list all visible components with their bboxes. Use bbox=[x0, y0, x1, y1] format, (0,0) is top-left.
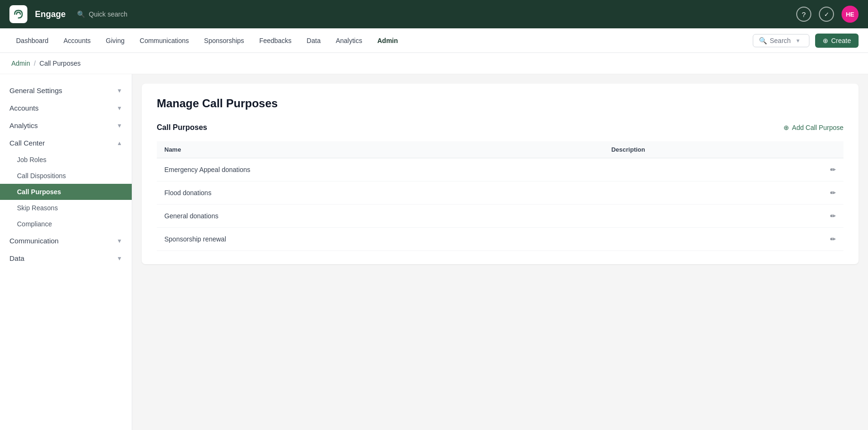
sidebar-item-call-purposes[interactable]: Call Purposes bbox=[0, 184, 132, 200]
sidebar-section-general-settings-chevron: ▼ bbox=[117, 87, 122, 94]
sidebar-section-call-center-label: Call Center bbox=[9, 139, 45, 147]
sidebar-section-analytics[interactable]: Analytics ▼ bbox=[0, 117, 132, 134]
sidebar-section-data[interactable]: Data ▼ bbox=[0, 249, 132, 267]
create-icon: ⊕ bbox=[823, 37, 828, 44]
table-row: Sponsorship renewal ✏ bbox=[157, 228, 843, 251]
sidebar-section-analytics-label: Analytics bbox=[9, 121, 38, 129]
row-2-name: Flood donations bbox=[157, 181, 604, 205]
breadcrumb-separator: / bbox=[34, 60, 36, 67]
sidebar-section-communication-label: Communication bbox=[9, 237, 59, 245]
sidebar-section-communication-chevron: ▼ bbox=[117, 238, 122, 244]
search-field-icon: 🔍 bbox=[759, 37, 767, 44]
sidebar-item-compliance[interactable]: Compliance bbox=[0, 216, 132, 232]
row-4-name: Sponsorship renewal bbox=[157, 228, 604, 251]
sidebar-section-call-center-chevron: ▲ bbox=[117, 140, 122, 146]
row-1-description bbox=[604, 158, 820, 181]
table-row: General donations ✏ bbox=[157, 205, 843, 228]
quick-search-label: Quick search bbox=[89, 10, 128, 18]
nav-dashboard[interactable]: Dashboard bbox=[9, 34, 55, 47]
app-logo[interactable] bbox=[9, 5, 27, 23]
breadcrumb-parent[interactable]: Admin bbox=[11, 60, 30, 67]
table-row: Emergency Appeal donations ✏ bbox=[157, 158, 843, 181]
row-2-edit-button[interactable]: ✏ bbox=[820, 181, 843, 205]
sidebar-section-data-label: Data bbox=[9, 254, 25, 262]
search-field-label: Search bbox=[770, 37, 791, 44]
sidebar-section-analytics-chevron: ▼ bbox=[117, 122, 122, 129]
col-name-header: Name bbox=[157, 141, 604, 158]
search-icon: 🔍 bbox=[77, 10, 85, 18]
col-actions-header bbox=[820, 141, 843, 158]
main-content: Manage Call Purposes Call Purposes ⊕ Add… bbox=[132, 74, 868, 430]
row-3-description bbox=[604, 205, 820, 228]
sidebar-section-accounts-label: Accounts bbox=[9, 104, 39, 112]
sidebar-item-call-dispositions[interactable]: Call Dispositions bbox=[0, 168, 132, 184]
nav-giving[interactable]: Giving bbox=[99, 34, 131, 47]
nav-communications[interactable]: Communications bbox=[133, 34, 196, 47]
sidebar-section-call-center[interactable]: Call Center ▲ bbox=[0, 134, 132, 152]
page-body: General Settings ▼ Accounts ▼ Analytics … bbox=[0, 74, 868, 430]
section-label: Call Purposes bbox=[157, 123, 207, 132]
nav-admin[interactable]: Admin bbox=[371, 34, 405, 47]
sidebar-section-communication[interactable]: Communication ▼ bbox=[0, 232, 132, 249]
sidebar-item-skip-reasons[interactable]: Skip Reasons bbox=[0, 200, 132, 216]
table-row: Flood donations ✏ bbox=[157, 181, 843, 205]
col-description-header: Description bbox=[604, 141, 820, 158]
app-name: Engage bbox=[35, 9, 66, 19]
secondary-nav: Dashboard Accounts Giving Communications… bbox=[0, 28, 868, 53]
content-wrapper: Manage Call Purposes Call Purposes ⊕ Add… bbox=[142, 84, 859, 264]
help-icon-btn[interactable]: ? bbox=[796, 7, 811, 22]
nav-sponsorships[interactable]: Sponsorships bbox=[197, 34, 251, 47]
sidebar: General Settings ▼ Accounts ▼ Analytics … bbox=[0, 74, 132, 430]
tasks-icon-btn[interactable]: ✓ bbox=[819, 7, 834, 22]
add-call-purpose-button[interactable]: ⊕ Add Call Purpose bbox=[783, 124, 843, 131]
topbar-right: ? ✓ HE bbox=[796, 6, 859, 23]
row-3-edit-button[interactable]: ✏ bbox=[820, 205, 843, 228]
row-1-edit-button[interactable]: ✏ bbox=[820, 158, 843, 181]
row-1-name: Emergency Appeal donations bbox=[157, 158, 604, 181]
sidebar-section-accounts-chevron: ▼ bbox=[117, 105, 122, 112]
row-4-edit-button[interactable]: ✏ bbox=[820, 228, 843, 251]
breadcrumb: Admin / Call Purposes bbox=[0, 53, 868, 74]
nav-feedbacks[interactable]: Feedbacks bbox=[253, 34, 298, 47]
row-3-name: General donations bbox=[157, 205, 604, 228]
add-icon: ⊕ bbox=[783, 124, 789, 131]
call-purposes-table: Name Description Emergency Appeal donati… bbox=[157, 141, 843, 251]
page-title: Manage Call Purposes bbox=[157, 97, 843, 110]
sidebar-section-accounts[interactable]: Accounts ▼ bbox=[0, 99, 132, 117]
row-4-description bbox=[604, 228, 820, 251]
secondnav-right: 🔍 Search ▼ ⊕ Create bbox=[753, 34, 859, 48]
create-button[interactable]: ⊕ Create bbox=[815, 34, 859, 48]
sidebar-section-data-chevron: ▼ bbox=[117, 255, 122, 262]
sidebar-section-general-settings-label: General Settings bbox=[9, 86, 62, 95]
create-label: Create bbox=[831, 37, 851, 44]
breadcrumb-current: Call Purposes bbox=[40, 60, 81, 67]
row-2-description bbox=[604, 181, 820, 205]
user-avatar[interactable]: HE bbox=[842, 6, 859, 23]
nav-accounts[interactable]: Accounts bbox=[57, 34, 98, 47]
nav-analytics[interactable]: Analytics bbox=[329, 34, 369, 47]
section-header: Call Purposes ⊕ Add Call Purpose bbox=[157, 123, 843, 132]
quick-search[interactable]: 🔍 Quick search bbox=[77, 10, 128, 18]
search-field[interactable]: 🔍 Search ▼ bbox=[753, 34, 809, 47]
nav-data[interactable]: Data bbox=[300, 34, 327, 47]
search-dropdown-arrow: ▼ bbox=[795, 38, 800, 43]
sidebar-item-job-roles[interactable]: Job Roles bbox=[0, 152, 132, 168]
sidebar-section-general-settings[interactable]: General Settings ▼ bbox=[0, 82, 132, 99]
add-call-purpose-label: Add Call Purpose bbox=[792, 124, 843, 131]
topbar: Engage 🔍 Quick search ? ✓ HE bbox=[0, 0, 868, 28]
